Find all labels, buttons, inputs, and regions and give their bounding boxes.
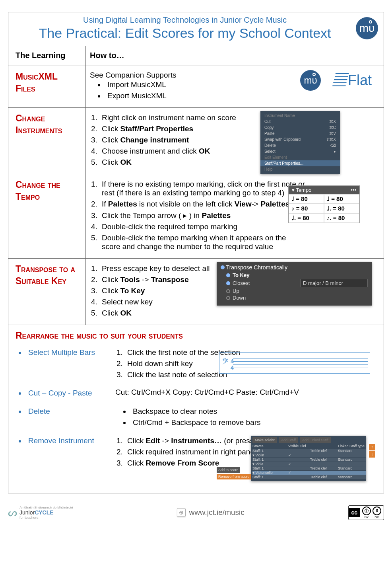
- remove-inst-steps: Click Edit -> Instruments… (or press I) …: [125, 436, 260, 487]
- radio-icon: [226, 296, 230, 300]
- jc-line1: An tSraith Shóisearach do Mhúinteoirí: [19, 506, 73, 509]
- tempo-palette-mock: ▾ Tempo••• ♩ = 80 ♩ = 80 ♪ = 80 ♩. = 80 …: [288, 185, 360, 223]
- time-sig-icon: 44: [231, 358, 234, 371]
- junior-cycle-logo: ᔕ An tSraith Shóisearach do Mhúinteoirí …: [8, 506, 73, 520]
- ctx-item: Edit Element: [260, 154, 340, 160]
- jc-line3: for teachers: [19, 516, 73, 520]
- musicxml-heading-b: Files: [16, 83, 82, 95]
- banner-supertitle: Using Digital Learning Technologies in J…: [14, 16, 356, 25]
- change-tempo-heading: Change the Tempo: [8, 174, 86, 258]
- tr-heading-a: Transpose to a: [16, 263, 82, 275]
- jc-swirl-icon: ᔕ: [8, 507, 17, 519]
- tr-body: Press escape key to deselect all Click T…: [86, 259, 384, 325]
- flat-logo: 𝄚 Flat: [333, 71, 372, 90]
- cc-nc-label: NC: [373, 515, 381, 519]
- musescore-logo-icon: mυ: [300, 70, 321, 91]
- ctx-item: Paste⌘V: [260, 131, 340, 136]
- key-select: D major / B minor: [300, 279, 368, 287]
- tempo-palette-header: ▾ Tempo•••: [289, 186, 359, 194]
- rearrange-row: Cut – Copy - Paste Cut: Ctrl/Cmd+X Copy:…: [16, 388, 378, 399]
- page-container: Using Digital Learning Technologies in J…: [8, 12, 384, 493]
- ri-step: Click required instrument in right pane: [125, 447, 260, 458]
- rearrange-label-list: Select Multiple Bars: [26, 347, 115, 381]
- musicxml-bullet: Export MusicXML: [105, 91, 378, 102]
- cc-by-nc: ⓘ BY $ NC: [360, 506, 384, 520]
- rearrange-label-list: Cut – Copy - Paste: [26, 388, 115, 399]
- rearrange-row: Delete Backspace to clear notes Ctrl/Cmd…: [16, 406, 378, 429]
- rearrange-label: Remove Instrument: [26, 436, 115, 447]
- row-transpose: Transpose to a Suitable Key Press escape…: [8, 259, 384, 325]
- inst-row: Staff: 1Treble clefStandard: [252, 458, 366, 462]
- rearrange-label: Delete: [26, 406, 115, 417]
- inst-row: ▾ Viola✓: [252, 462, 366, 466]
- inst-row: ▾ Violin✓: [252, 453, 366, 457]
- inst-side-btn-hl: Remove from score: [217, 474, 251, 479]
- globe-icon: ⊕: [177, 508, 186, 517]
- jc-text: An tSraith Shóisearach do Mhúinteoirí Ju…: [19, 506, 73, 520]
- inst-btn: Add Linked Staff: [300, 437, 331, 443]
- cc-by-label: BY: [362, 515, 371, 519]
- rearrange-row: Remove Instrument Click Edit -> Instrume…: [16, 436, 378, 487]
- transpose-opt: ClosestD major / B minor: [226, 279, 368, 287]
- tempo-cell: ♪ = 80: [289, 204, 324, 213]
- flat-glyph-icon: 𝄚: [333, 71, 345, 90]
- ctx-item: Delete⌫: [260, 142, 340, 148]
- ct-step: Click the Tempo arrow ( ▸ ) in Palettes: [99, 210, 306, 222]
- context-menu-mock: Instrument Name Cut⌘X Copy⌘C Paste⌘V Swa…: [260, 111, 340, 174]
- ri-step: Click Edit -> Instruments… (or press I): [125, 436, 260, 447]
- up-arrow-icon: ↑: [369, 444, 375, 450]
- palette-more-icon: •••: [351, 187, 356, 193]
- inst-arrows: ↑ ↓: [369, 444, 375, 479]
- musicxml-heading-a: MusicXML: [16, 71, 82, 83]
- delete-bullets: Backspace to clear notes Ctrl/Cmd + Back…: [130, 406, 261, 429]
- banner-title: The Practical: Edit Scores for my School…: [14, 25, 356, 41]
- ct-body: If there is no existing tempo marking, c…: [86, 174, 384, 258]
- inst-row-selected: ▾ Violoncello✓: [252, 471, 366, 475]
- tempo-cell: ♪. = 80: [324, 213, 359, 223]
- cc-icon: cc: [349, 508, 360, 517]
- ct-step: Double-click the tempo marking when it a…: [99, 233, 306, 253]
- bass-clef-icon: 𝄢: [222, 357, 229, 369]
- footer-url: ⊕ www.jct.ie/music: [177, 508, 244, 517]
- radio-icon: [221, 265, 225, 269]
- ctx-title: Instrument Name: [260, 113, 340, 119]
- inst-row: Staff: 1Treble clefStandard: [252, 466, 366, 470]
- transpose-dialog-mock: Transpose Chromatically To Key ClosestD …: [217, 262, 372, 306]
- tempo-cell: ♩. = 80: [289, 213, 324, 223]
- ct-step: Double-click the required tempo marking: [99, 222, 306, 233]
- jc-line2: JuniorCYCLE: [19, 509, 73, 516]
- table-header-row: The Learning How to…: [8, 46, 384, 66]
- inst-btn: Make soloist: [252, 437, 277, 443]
- ct-step: If Palettes is not visible on the left c…: [99, 199, 306, 210]
- inst-row: Staff: 1Treble clefStandard: [252, 475, 366, 479]
- del-bullet: Backspace to clear notes: [130, 406, 261, 417]
- row-musicxml: MusicXML Files See Companion Supports Im…: [8, 66, 384, 108]
- tempo-grid: ♩ = 80 ♩ = 80 ♪ = 80 ♩. = 80 ♩. = 80 ♪. …: [289, 194, 359, 223]
- tempo-cell: ♩ = 80: [289, 194, 324, 204]
- rearrange-label: Select Multiple Bars: [26, 347, 115, 358]
- rearrange-label-list: Delete: [26, 406, 115, 429]
- inst-top-buttons: Make soloist Add Staff Add Linked Staff: [252, 437, 365, 443]
- radio-icon: [226, 281, 230, 285]
- row-change-tempo: Change the Tempo If there is no existing…: [8, 174, 384, 259]
- ctx-item-highlighted: Staff/Part Properties...: [260, 160, 340, 166]
- app-logos: mυ 𝄚 Flat: [300, 70, 372, 91]
- change-instruments-heading: Change Instruments: [8, 108, 86, 174]
- transpose-opt: Up: [226, 288, 368, 294]
- transpose-opt: Down: [226, 295, 368, 301]
- ctx-item: Copy⌘C: [260, 125, 340, 131]
- url-text: www.jct.ie/music: [189, 508, 244, 517]
- cc-by-icon: ⓘ: [362, 507, 371, 515]
- ccp-text: Cut: Ctrl/Cmd+X Copy: Ctrl/Cmd+C Paste: …: [115, 388, 299, 399]
- row-change-instruments: Change Instruments Right click on instru…: [8, 108, 384, 174]
- tr-step: Click OK: [99, 308, 378, 319]
- tempo-cell: ♩ = 80: [324, 194, 359, 204]
- rearrange-label-list: Remove Instrument: [26, 436, 115, 487]
- radio-icon: [226, 289, 230, 293]
- ct-steps: If there is no existing tempo marking, c…: [99, 179, 306, 253]
- ctx-item: Select▸: [260, 148, 340, 154]
- cc-license: cc ⓘ BY $ NC: [348, 505, 384, 520]
- banner-text: Using Digital Learning Technologies in J…: [14, 16, 356, 41]
- instruments-dialog-mock: Make soloist Add Staff Add Linked Staff …: [251, 436, 366, 481]
- header-learning: The Learning: [8, 46, 86, 66]
